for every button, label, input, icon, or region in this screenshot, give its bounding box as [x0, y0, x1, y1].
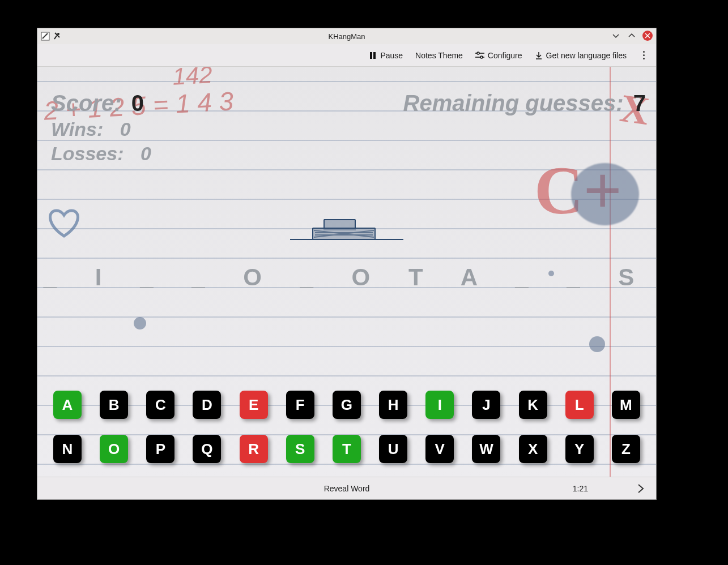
sliders-icon [475, 52, 484, 59]
close-button[interactable] [642, 31, 653, 41]
score-label: Score: [51, 91, 122, 115]
wins-value: 0 [120, 118, 131, 140]
configure-button[interactable]: Configure [475, 51, 522, 60]
key-k[interactable]: K [519, 391, 547, 419]
key-m[interactable]: M [612, 391, 640, 419]
download-icon [535, 52, 543, 59]
key-e[interactable]: E [240, 391, 268, 419]
pause-icon [369, 52, 377, 59]
ink-splat [571, 163, 639, 225]
more-menu-button[interactable] [639, 51, 648, 59]
key-p[interactable]: P [146, 435, 174, 463]
svg-rect-3 [373, 52, 376, 59]
titlebar: KHangMan [37, 28, 656, 44]
timer-display: 1:21 [573, 484, 588, 493]
key-i[interactable]: I [425, 391, 454, 419]
key-n[interactable]: N [53, 435, 82, 463]
key-o[interactable]: O [100, 435, 128, 463]
maximize-button[interactable] [627, 31, 637, 41]
pause-button[interactable]: Pause [369, 51, 403, 60]
window-controls [611, 31, 653, 41]
footer: Reveal Word 1:21 [37, 477, 656, 499]
key-h[interactable]: H [379, 391, 407, 419]
key-u[interactable]: U [379, 435, 407, 463]
hud: Score: 0 Wins: 0 Losses: 0 Remaining gue… [48, 91, 646, 165]
pause-label: Pause [380, 51, 403, 60]
key-y[interactable]: Y [565, 435, 594, 463]
key-t[interactable]: T [333, 435, 361, 463]
remaining-value: 7 [633, 91, 646, 115]
svg-point-1 [57, 33, 59, 35]
wins-label: Wins: [51, 118, 103, 140]
next-word-button[interactable] [636, 483, 646, 494]
ink-splat [589, 336, 605, 352]
score-value: 0 [131, 91, 144, 115]
key-z[interactable]: Z [612, 435, 640, 463]
key-j[interactable]: J [472, 391, 500, 419]
key-b[interactable]: B [100, 391, 128, 419]
key-l[interactable]: L [565, 391, 594, 419]
losses-value: 0 [141, 143, 151, 164]
get-language-label: Get new language files [546, 51, 627, 60]
reveal-word-button[interactable]: Reveal Word [324, 484, 370, 493]
pin-icon[interactable] [53, 32, 61, 40]
key-c[interactable]: C [146, 391, 174, 419]
key-q[interactable]: Q [193, 435, 221, 463]
key-d[interactable]: D [193, 391, 221, 419]
toolbar: Pause Notes Theme Configure Get new lang… [37, 44, 656, 67]
hangman-figure [284, 211, 409, 245]
key-g[interactable]: G [333, 391, 361, 419]
key-x[interactable]: X [519, 435, 547, 463]
svg-point-5 [477, 52, 479, 54]
svg-rect-2 [370, 52, 372, 59]
app-icon [41, 32, 50, 41]
theme-label: Notes Theme [415, 51, 463, 60]
key-r[interactable]: R [240, 435, 268, 463]
key-f[interactable]: F [286, 391, 314, 419]
configure-label: Configure [488, 51, 522, 60]
svg-point-7 [480, 56, 483, 58]
word-display: _ I _ _ O _ O T A _ _ S [37, 264, 656, 291]
losses-label: Losses: [51, 143, 124, 164]
minimize-button[interactable] [611, 31, 621, 41]
key-a[interactable]: A [53, 391, 82, 419]
window-title: KHangMan [37, 32, 656, 41]
theme-button[interactable]: Notes Theme [415, 51, 463, 60]
app-window: KHangMan Pause Notes Theme [37, 28, 656, 499]
key-w[interactable]: W [472, 435, 500, 463]
remaining-label: Remaining guesses: [403, 91, 624, 115]
keyboard: ABCDEFGHIJKLM NOPQRSTUVWXYZ [53, 391, 640, 463]
key-v[interactable]: V [425, 435, 454, 463]
key-s[interactable]: S [286, 435, 314, 463]
get-language-button[interactable]: Get new language files [535, 51, 627, 60]
ink-splat [134, 317, 146, 329]
game-area: 142 2 + 1 2 5 = 1 4 3 C+ X Score: 0 Wins… [37, 67, 656, 477]
